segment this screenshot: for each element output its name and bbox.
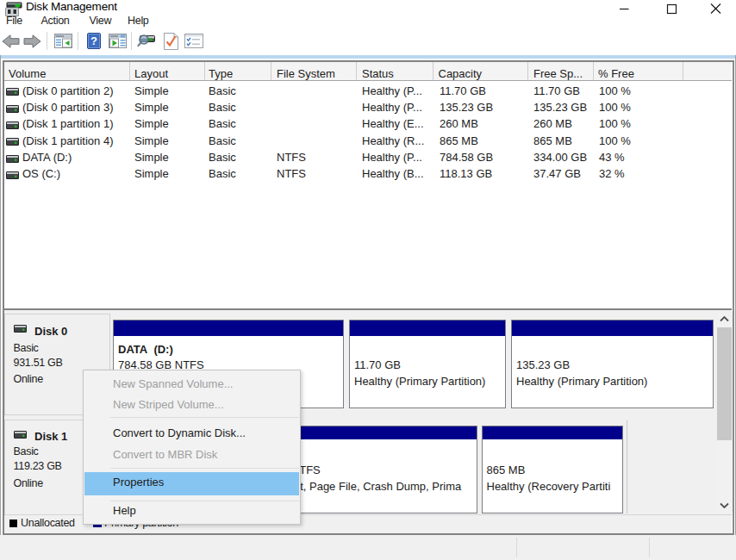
svg-text:?: ? [90, 34, 97, 47]
